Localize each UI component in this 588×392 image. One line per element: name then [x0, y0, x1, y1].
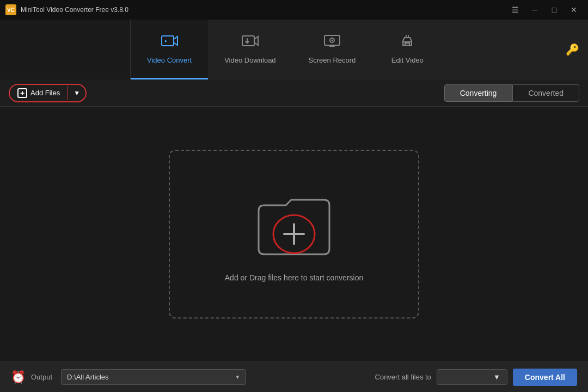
main-content: Add or Drag files here to start conversi…: [0, 107, 588, 362]
tab-converting[interactable]: Converting: [444, 84, 513, 102]
svg-rect-0: [162, 36, 174, 46]
video-convert-label: Video Convert: [147, 56, 192, 64]
output-path-select[interactable]: D:\All Articles ▼: [61, 369, 246, 385]
key-icon[interactable]: 🔑: [566, 43, 579, 56]
nav-spacer: [0, 20, 131, 79]
clock-icon: ⏰: [11, 370, 26, 384]
screen-record-label: Screen Record: [309, 56, 356, 64]
output-label: Output: [31, 373, 52, 381]
menu-button[interactable]: ☰: [506, 3, 524, 16]
nav-tab-edit-video[interactable]: Edit Video: [372, 20, 443, 79]
add-files-main[interactable]: + Add Files: [10, 85, 68, 101]
convert-format-select[interactable]: ▼: [437, 369, 507, 385]
svg-point-4: [331, 40, 333, 41]
minimize-button[interactable]: ─: [526, 3, 543, 16]
video-download-label: Video Download: [224, 56, 275, 64]
nav-tab-video-download[interactable]: Video Download: [208, 20, 292, 79]
edit-video-icon: [399, 33, 416, 52]
output-path-text: D:\All Articles: [67, 373, 235, 381]
format-select-arrow-icon: ▼: [493, 373, 500, 381]
nav-tab-screen-record[interactable]: Screen Record: [292, 20, 372, 79]
titlebar-controls: ☰ ─ □ ✕: [506, 3, 583, 16]
app-logo: VC: [5, 4, 16, 15]
output-path-arrow-icon: ▼: [235, 374, 240, 380]
nav-tabs: Video Convert Video Download: [131, 20, 588, 79]
convert-all-section: Convert all files to ▼ Convert All: [375, 369, 577, 386]
close-button[interactable]: ✕: [565, 3, 583, 16]
nav-tab-video-convert[interactable]: Video Convert: [131, 20, 208, 79]
add-files-label: Add Files: [30, 89, 60, 97]
tab-converted[interactable]: Converted: [512, 84, 579, 102]
add-files-dropdown[interactable]: ▼: [68, 86, 85, 100]
drop-zone[interactable]: Add or Drag files here to start conversi…: [169, 150, 419, 318]
screen-record-icon: [323, 33, 341, 52]
maximize-button[interactable]: □: [546, 3, 563, 16]
titlebar-left: VC MiniTool Video Converter Free v3.8.0: [5, 4, 128, 15]
statusbar: ⏰ Output D:\All Articles ▼ Convert all f…: [0, 362, 588, 392]
folder-icon: [248, 186, 340, 262]
add-files-button[interactable]: + Add Files ▼: [9, 84, 87, 102]
app-title: MiniTool Video Converter Free v3.8.0: [21, 6, 128, 14]
tabs-container: Converting Converted: [444, 84, 579, 102]
video-download-icon: [241, 33, 259, 52]
add-files-plus-icon: +: [17, 88, 27, 98]
titlebar: VC MiniTool Video Converter Free v3.8.0 …: [0, 0, 588, 20]
drop-label: Add or Drag files here to start conversi…: [225, 273, 363, 282]
dropdown-arrow-icon: ▼: [74, 89, 80, 97]
convert-files-to-label: Convert all files to: [375, 373, 431, 381]
edit-video-label: Edit Video: [391, 56, 424, 64]
toolbar: + Add Files ▼ Converting Converted: [0, 79, 588, 107]
svg-rect-1: [242, 36, 254, 46]
convert-all-button[interactable]: Convert All: [513, 369, 577, 386]
nav-right: 🔑: [566, 20, 588, 79]
navbar: Video Convert Video Download: [0, 20, 588, 79]
video-convert-icon: [161, 33, 178, 52]
